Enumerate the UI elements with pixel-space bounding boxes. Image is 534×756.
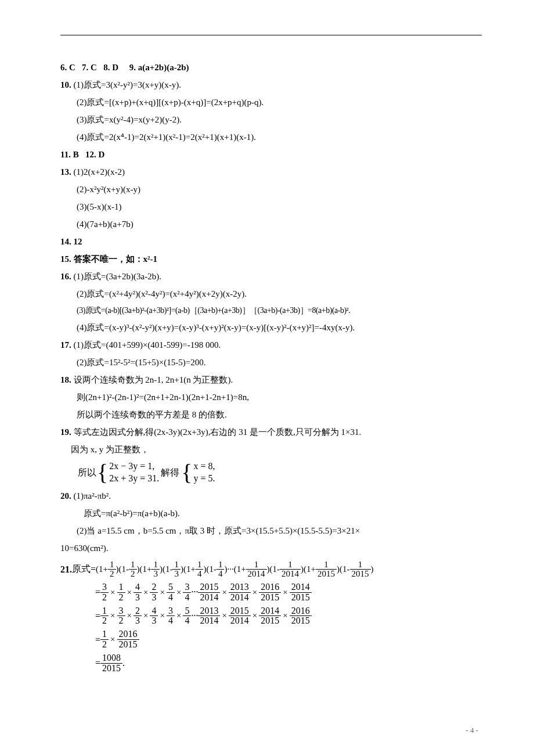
q19-system1: { 2x − 3y = 1, 2x + 3y = 31. [97,460,159,485]
q18-p3: 所以两个连续奇数的平方差是 8 的倍数. [60,406,482,423]
ans-14: 14. 12 [60,233,482,250]
q19-system2: { x = 8, y = 5. [181,460,215,485]
q20-p3a: (2)当 a=15.5 cm，b=5.5 cm，π取 3 时，原式=3×(15.… [60,522,482,539]
q18-label: 18. [60,375,71,384]
q19-eq1a: 2x − 3y = 1, [109,460,159,473]
ans-8: 8. D [103,63,118,72]
q16-line1: 16. (1)原式=(3a+2b)(3a-2b). [60,268,482,285]
q10-p3: (3)原式=x(y²-4)=x(y+2)(y-2). [60,111,482,128]
q19-so: 所以 [78,467,96,478]
page-number: - 4 - [466,726,478,735]
ans-9: 9. a(a+2b)(a-2b) [129,63,189,72]
ans-12: 12. D [85,150,104,159]
q16-p3: (3)原式=(a-b)[(3a+b)²-(a+3b)²]=(a-b)［(3a+b… [60,303,482,319]
ans-7: 7. C [82,63,97,72]
q21-prefix: 原式= [72,563,96,575]
q19-p1: 等式左边因式分解,得(2x-3y)(2x+3y),右边的 31 是一个质数,只可… [74,427,362,437]
q21-row2: =32×12×43×23×54×34···20152014×20132014×2… [95,582,482,603]
q18-p2: 则(2n+1)²-(2n-1)²=(2n+1+2n-1)(2n+1-2n+1)=… [60,388,482,406]
q13-p4: (4)(7a+b)(a+7b) [60,215,482,233]
answers-11-12: 11. B 12. D [60,146,482,163]
q19-eq2b: y = 5. [193,473,215,485]
q10-line1: 10. (1)原式=3(x²-y²)=3(x+y)(x-y). [60,76,482,93]
q10-p4: (4)原式=2(x⁴-1)=2(x²+1)(x²-1)=2(x²+1)(x+1)… [60,128,482,146]
q10-p1: (1)原式=3(x²-y²)=3(x+y)(x-y). [74,80,182,89]
answers-6-9: 6. C 7. C 8. D 9. a(a+2b)(a-2b) [60,59,482,76]
q20-p3b: 10=630(cm²). [60,539,482,557]
q19-p2: 因为 x, y 为正整数， [60,441,482,458]
q18-line1: 18. 设两个连续奇数为 2n-1, 2n+1(n 为正整数). [60,371,482,388]
q17-p2: (2)原式=15²-5²=(15+5)×(15-5)=200. [60,354,482,371]
page: 6. C 7. C 8. D 9. a(a+2b)(a-2b) 10. (1)原… [0,0,534,756]
q19-solve: 解得 [160,467,181,478]
q21-row4: =12×20162015 [95,629,482,650]
ans-6: 6. C [60,63,75,72]
ans-11: 11. B [60,150,79,159]
q13-p3: (3)(5-x)(x-1) [60,198,482,215]
q18-p1: 设两个连续奇数为 2n-1, 2n+1(n 为正整数). [74,375,233,384]
q20-p2: 原式=π(a²-b²)=π(a+b)(a-b). [60,505,482,522]
q20-label: 20. [60,491,71,501]
q21-label: 21. [60,564,72,575]
q16-label: 16. [60,272,71,281]
q19-eq1b: 2x + 3y = 31. [109,473,159,485]
q21-row3: =12×32×23×43×34×54···20132014×20152014×2… [95,606,482,627]
header-rule [60,35,482,35]
q16-p1: (1)原式=(3a+2b)(3a-2b). [74,272,161,281]
q17-p1: (1)原式=(401+599)×(401-599)=-198 000. [74,340,221,350]
q13-p2: (2)-x²y²(x+y)(x-y) [60,181,482,198]
q10-label: 10. [60,80,71,89]
q21-derivation: =32×12×43×23×54×34···20152014×20132014×2… [60,582,482,673]
q17-line1: 17. (1)原式=(401+599)×(401-599)=-198 000. [60,336,482,354]
q19-line1: 19. 等式左边因式分解,得(2x-3y)(2x+3y),右边的 31 是一个质… [60,423,482,441]
q21-row1-math: (1+12)(1-12)(1+13)(1-13)(1+14)(1-14)···(… [96,560,374,579]
ans-15: 15. 答案不唯一，如：x²-1 [60,250,482,268]
q19-label: 19. [60,427,71,437]
q17-label: 17. [60,340,71,350]
q21-row5: =10082015. [95,653,482,674]
q16-p2: (2)原式=(x²+4y²)(x²-4y²)=(x²+4y²)(x+2y)(x-… [60,285,482,303]
q19-eq2a: x = 8, [193,460,215,473]
q13-label: 13. [60,167,71,177]
q16-p4: (4)原式=(x-y)³-(x²-y²)(x+y)=(x-y)³-(x+y)²(… [60,319,482,336]
q20-line1: 20. (1)πa²-πb². [60,487,482,505]
q20-p1: (1)πa²-πb². [74,491,111,501]
q21-row1: 21. 原式= (1+12)(1-12)(1+13)(1-13)(1+14)(1… [60,560,482,579]
ans-15-text: 15. 答案不唯一，如：x²-1 [60,254,157,264]
q13-p1: (1)2(x+2)(x-2) [74,167,125,177]
q10-p2: (2)原式=[(x+p)+(x+q)][(x+p)-(x+q)]=(2x+p+q… [60,93,482,111]
q13-line1: 13. (1)2(x+2)(x-2) [60,163,482,181]
q19-equations: 所以 { 2x − 3y = 1, 2x + 3y = 31. 解得 { x =… [60,460,482,485]
